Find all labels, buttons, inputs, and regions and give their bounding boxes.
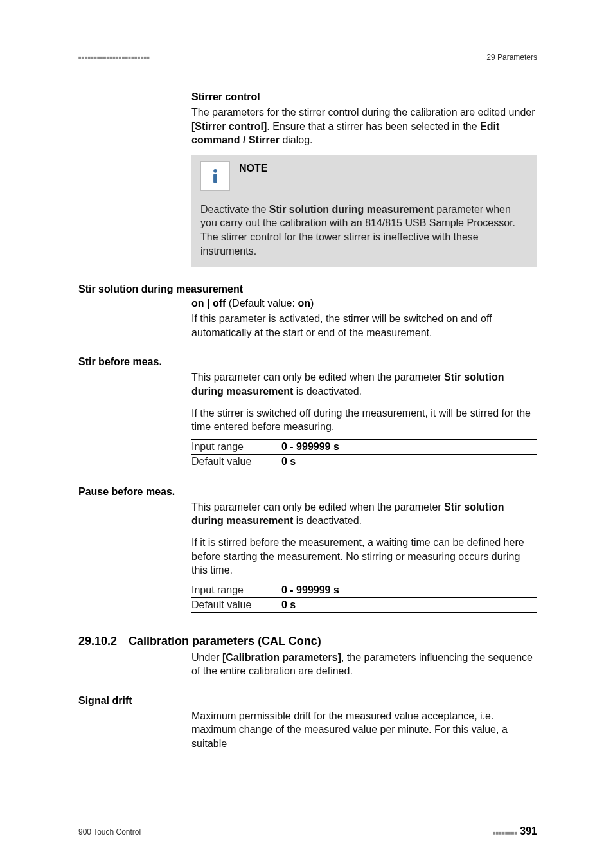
text: Deactivate the: [200, 204, 269, 215]
stirrer-control-heading: Stirrer control: [191, 91, 537, 103]
text-bold: [Calibration parameters]: [222, 652, 341, 663]
param-heading-pause-before: Pause before meas.: [78, 486, 537, 498]
table-label: Default value: [191, 456, 281, 467]
note-title: NOTE: [239, 163, 528, 176]
text: dialog.: [280, 134, 313, 145]
svg-point-0: [213, 169, 217, 173]
param-description-2: If the stirrer is switched off during th…: [191, 406, 537, 434]
table-row: Default value 0 s: [191, 597, 537, 612]
header-dashes: ■■■■■■■■■■■■■■■■■■■■■■■: [78, 55, 150, 60]
info-icon: [200, 161, 230, 191]
text: The parameters for the stirrer control d…: [191, 107, 535, 118]
param-description-2: If it is stirred before the measurement,…: [191, 536, 537, 577]
table-row: Default value 0 s: [191, 454, 537, 469]
text: (Default value:: [226, 298, 298, 309]
section-heading-row: 29.10.2 Calibration parameters (CAL Conc…: [78, 635, 537, 648]
section-body: Under [Calibration parameters], the para…: [191, 651, 537, 678]
note-body: Deactivate the Stir solution during meas…: [200, 203, 528, 258]
param-description: Maximum permissible drift for the measur…: [191, 709, 537, 751]
stirrer-control-paragraph: The parameters for the stirrer control d…: [191, 105, 537, 147]
text: ): [310, 298, 314, 309]
text-bold: [Stirrer control]: [191, 121, 267, 132]
param-table: Input range 0 - 999999 s Default value 0…: [191, 439, 537, 469]
table-value: 0 - 999999 s: [281, 584, 339, 596]
param-description: This parameter can only be edited when t…: [191, 500, 537, 528]
param-onoff: on | off (Default value: on): [191, 298, 537, 309]
param-description: This parameter can only be edited when t…: [191, 370, 537, 398]
table-value: 0 s: [281, 599, 296, 611]
footer-page-wrap: ■■■■■■■■391: [493, 826, 537, 837]
note-block: NOTE Deactivate the Stir solution during…: [191, 155, 537, 267]
footer-page-number: 391: [520, 826, 537, 836]
table-row: Input range 0 - 999999 s: [191, 583, 537, 597]
text: is deactivated.: [293, 386, 362, 397]
text: This parameter can only be edited when t…: [191, 502, 444, 512]
table-value: 0 - 999999 s: [281, 441, 339, 453]
param-heading-stir-during: Stir solution during measurement: [78, 284, 537, 295]
text-bold: on: [298, 298, 310, 309]
svg-rect-1: [213, 174, 217, 183]
text-bold: Stir solution during measurement: [269, 204, 434, 215]
param-heading-signal-drift: Signal drift: [78, 695, 537, 707]
footer-dashes: ■■■■■■■■: [493, 830, 518, 836]
param-table: Input range 0 - 999999 s Default value 0…: [191, 583, 537, 613]
section-number: 29.10.2: [78, 635, 117, 648]
section-title: Calibration parameters (CAL Conc): [129, 635, 321, 648]
page-footer: 900 Touch Control ■■■■■■■■391: [78, 826, 537, 837]
text: is deactivated.: [293, 515, 362, 526]
table-value: 0 s: [281, 456, 296, 467]
footer-product: 900 Touch Control: [78, 827, 141, 836]
table-label: Input range: [191, 441, 281, 453]
page-header: ■■■■■■■■■■■■■■■■■■■■■■■ 29 Parameters: [78, 53, 537, 62]
text: Under: [191, 652, 222, 663]
table-row: Input range 0 - 999999 s: [191, 440, 537, 454]
header-chapter: 29 Parameters: [486, 53, 537, 62]
param-description: If this parameter is activated, the stir…: [191, 312, 537, 339]
table-label: Input range: [191, 584, 281, 596]
text-bold: on | off: [191, 298, 226, 309]
text: . Ensure that a stirrer has been selecte…: [267, 121, 480, 132]
table-label: Default value: [191, 599, 281, 611]
text: This parameter can only be edited when t…: [191, 372, 444, 383]
param-heading-stir-before: Stir before meas.: [78, 356, 537, 368]
